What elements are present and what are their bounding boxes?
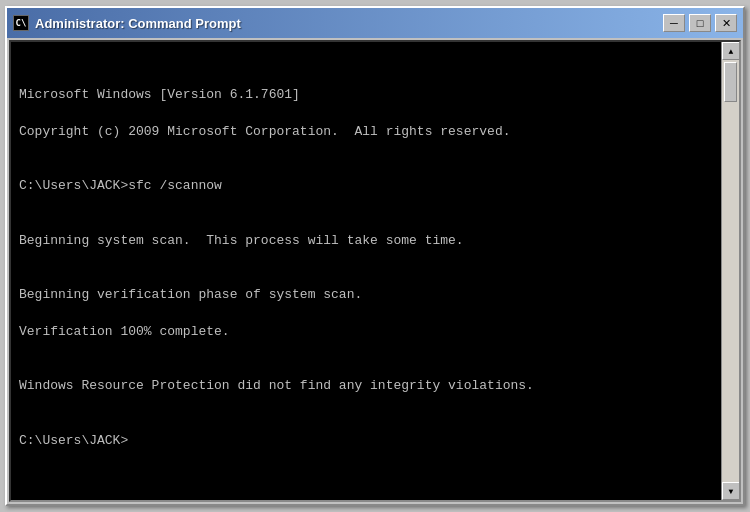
window-body: Microsoft Windows [Version 6.1.7601]Copy… (9, 40, 741, 502)
main-window: C\ Administrator: Command Prompt ─ □ ✕ M… (5, 6, 745, 506)
scrollbar[interactable]: ▲ ▼ (721, 42, 739, 500)
terminal-output[interactable]: Microsoft Windows [Version 6.1.7601]Copy… (11, 42, 721, 500)
title-bar-left: C\ Administrator: Command Prompt (13, 15, 241, 31)
scroll-up-button[interactable]: ▲ (722, 42, 740, 60)
scroll-track[interactable] (722, 60, 739, 482)
window-title: Administrator: Command Prompt (35, 16, 241, 31)
title-bar: C\ Administrator: Command Prompt ─ □ ✕ (7, 8, 743, 38)
title-bar-buttons: ─ □ ✕ (663, 14, 737, 32)
scroll-thumb[interactable] (724, 62, 737, 102)
close-button[interactable]: ✕ (715, 14, 737, 32)
maximize-button[interactable]: □ (689, 14, 711, 32)
window-icon: C\ (13, 15, 29, 31)
scroll-down-button[interactable]: ▼ (722, 482, 740, 500)
minimize-button[interactable]: ─ (663, 14, 685, 32)
